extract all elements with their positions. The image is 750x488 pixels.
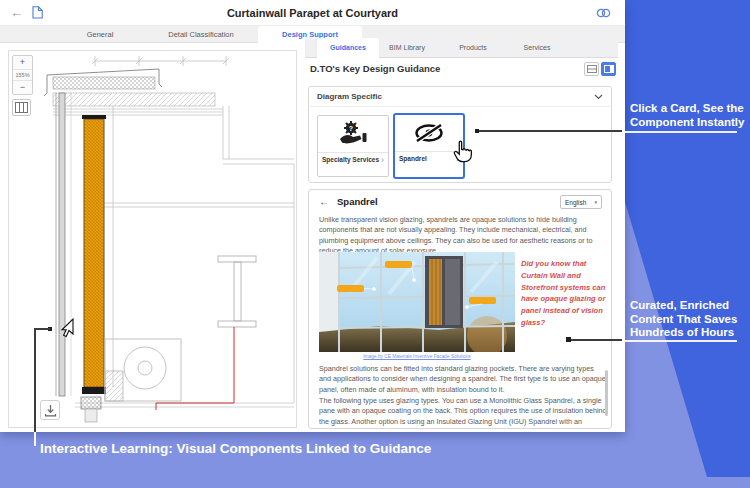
diagram-specific-section: Diagram Specific ? Specialty Services › [308, 86, 612, 183]
article-scrollbar[interactable] [605, 370, 608, 416]
leader-line-drawing-white [34, 432, 36, 446]
svg-text:?: ? [349, 125, 353, 132]
pane-icon [587, 65, 597, 73]
language-select[interactable]: English ▾ [560, 195, 602, 209]
chevron-down-icon [594, 94, 603, 100]
single-view-button[interactable] [584, 62, 599, 76]
tab-detail-classification[interactable]: Detail Classification [146, 26, 256, 43]
annotation-bottom-callout: Interactive Learning: Visual Components … [40, 441, 431, 456]
share-link-icon[interactable] [596, 7, 611, 19]
click-hand-icon [450, 140, 474, 164]
tab-general[interactable]: General [58, 26, 142, 43]
card-specialty-services[interactable]: ? Specialty Services › [317, 115, 389, 177]
leader-line-drawing-h [34, 328, 50, 330]
fan-unit [105, 339, 181, 401]
leader-underline-content [622, 340, 737, 342]
facade-photo [319, 252, 515, 352]
mullion [59, 93, 65, 396]
zoom-in-button[interactable]: + [13, 56, 32, 69]
marketing-slide-background: ← Curtainwall Parapet at Courtyard Gener… [0, 0, 750, 488]
columns-icon [15, 102, 28, 113]
leader-line-drawing-v [34, 328, 36, 432]
annotation-card-callout: Click a Card, See the Component Instantl… [630, 102, 745, 129]
page-title: Curtainwall Parapet at Courtyard [0, 0, 625, 26]
drawing-viewport[interactable] [8, 50, 297, 428]
section-title: Diagram Specific [317, 92, 382, 101]
article-back-button[interactable]: ← [319, 196, 329, 207]
roof-membrane-lines [53, 109, 223, 115]
technical-drawing [9, 51, 296, 427]
specialty-services-icon: ? [338, 121, 368, 147]
leader-underline-card [622, 131, 737, 133]
article-title: Spandrel [337, 196, 378, 207]
split-view-button[interactable] [601, 62, 616, 76]
tab-bim-library[interactable]: BIM Library [381, 38, 433, 58]
zoom-control: + 155% − [12, 55, 33, 95]
dimension-line [92, 56, 229, 66]
select-caret-icon: ▾ [594, 199, 597, 205]
mullion-anchor [81, 397, 101, 422]
download-icon [44, 404, 57, 417]
article-paragraph-3: The following type uses glazing types. Y… [319, 396, 607, 429]
layout-toggle-button[interactable] [12, 99, 31, 116]
spandrel-panel[interactable] [82, 115, 106, 394]
app-header: ← Curtainwall Parapet at Courtyard [0, 0, 625, 26]
image-caption-link[interactable]: Image by CE Materials Inventive Facade S… [319, 354, 515, 359]
guidance-tab-bar: Guidances BIM Library Products Services [305, 38, 618, 58]
tab-products[interactable]: Products [449, 38, 497, 58]
app-window: ← Curtainwall Parapet at Courtyard Gener… [0, 0, 625, 432]
spandrel-hidden-icon [413, 122, 445, 144]
zoom-level: 155% [13, 69, 32, 81]
section-header[interactable]: Diagram Specific [309, 87, 611, 107]
red-reference-line [156, 327, 234, 410]
guidance-heading: D.TO's Key Design Guidance [310, 63, 440, 74]
card-label: Spandrel [399, 155, 427, 163]
roof-insulation-hatch [53, 93, 215, 106]
article-paragraph-1: Unlike transparent vision glazing, spand… [319, 215, 605, 257]
article-paragraph-2: Spandrel solutions can be fitted into st… [319, 364, 607, 395]
leader-line-content [571, 339, 622, 341]
tab-guidances[interactable]: Guidances [317, 38, 379, 58]
download-button[interactable] [40, 400, 60, 420]
did-you-know-callout: Did you know that Curtain Wall and Store… [521, 258, 609, 329]
steel-beam [218, 256, 256, 327]
spandrel-article: ← Spandrel English ▾ Unlike transparent … [308, 189, 612, 429]
floor-lines [75, 403, 294, 407]
zoom-out-button[interactable]: − [13, 81, 32, 94]
leader-line-card [479, 130, 622, 132]
tab-services[interactable]: Services [513, 38, 561, 58]
split-pane-icon [604, 65, 614, 73]
card-label: Specialty Services [322, 156, 379, 164]
language-value: English [565, 199, 586, 206]
annotation-content-callout: Curated, Enriched Content That Saves Hun… [630, 299, 748, 340]
chevron-right-icon: › [381, 155, 384, 165]
wood-blocking-hatch [53, 77, 155, 89]
